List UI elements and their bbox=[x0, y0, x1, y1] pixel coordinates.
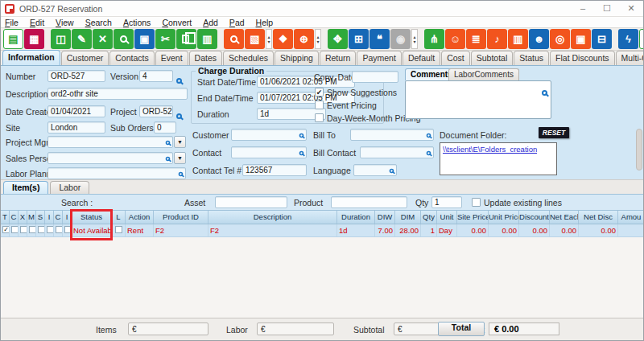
column-header-net-disc[interactable]: Net Disc bbox=[579, 211, 618, 224]
asset-input[interactable] bbox=[215, 196, 287, 208]
tab-labor-comments[interactable]: LaborComments bbox=[448, 68, 519, 80]
column-header-description[interactable]: Description bbox=[208, 211, 337, 224]
conv-date-field[interactable] bbox=[352, 71, 398, 83]
sales-person-field[interactable] bbox=[47, 152, 173, 164]
paste-icon[interactable]: ▥ bbox=[197, 29, 217, 49]
customer-field[interactable] bbox=[231, 129, 307, 141]
project-mgr-field[interactable] bbox=[47, 136, 173, 148]
row-flag-checkbox[interactable] bbox=[29, 226, 36, 233]
tab-shipping[interactable]: Shipping bbox=[275, 51, 319, 65]
update-existing-lines-checkbox[interactable] bbox=[472, 198, 481, 207]
contact-field[interactable] bbox=[231, 146, 307, 158]
column-header-l[interactable]: L bbox=[112, 211, 126, 224]
day-week-month-pricing-checkbox[interactable] bbox=[315, 113, 324, 122]
column-header-unit-price[interactable]: Unit Price bbox=[489, 211, 519, 224]
exit-icon[interactable]: ⇥ bbox=[639, 29, 644, 49]
menu-view[interactable]: View bbox=[56, 18, 74, 27]
project-mgr-dropdown[interactable]: ▼ bbox=[174, 136, 186, 148]
version-field[interactable]: 4 bbox=[139, 70, 173, 82]
cut-icon[interactable]: ✂ bbox=[155, 29, 175, 49]
column-header-flag-m[interactable]: M bbox=[27, 211, 36, 224]
product-input[interactable] bbox=[331, 196, 407, 208]
contact-chat-icon[interactable]: ☻ bbox=[529, 29, 549, 49]
tab-schedules[interactable]: Schedules bbox=[223, 51, 274, 65]
column-header-flag-t[interactable]: T bbox=[1, 211, 10, 224]
project-mgr-lookup-icon[interactable] bbox=[166, 141, 171, 146]
column-header-discount[interactable]: Discount bbox=[519, 211, 550, 224]
photos-icon[interactable]: ▣ bbox=[571, 29, 591, 49]
tab-return[interactable]: Return bbox=[320, 51, 357, 65]
tab-status[interactable]: Status bbox=[514, 51, 549, 65]
bill-contact-lookup-icon[interactable] bbox=[427, 151, 431, 156]
contact-tel-field[interactable]: 123567 bbox=[242, 164, 307, 176]
package-spinner[interactable] bbox=[266, 29, 272, 49]
expand-icon[interactable]: ✥ bbox=[328, 29, 348, 49]
language-lookup-icon[interactable] bbox=[390, 169, 394, 174]
maximize-button[interactable]: ☐ bbox=[595, 1, 619, 16]
menu-add[interactable]: Add bbox=[203, 18, 218, 27]
menu-file[interactable]: File bbox=[5, 18, 19, 27]
menu-help[interactable]: Help bbox=[256, 18, 274, 27]
minimize-button[interactable]: – bbox=[571, 1, 595, 16]
print-icon[interactable]: ▦ bbox=[24, 29, 44, 49]
sales-person-lookup-icon[interactable] bbox=[166, 157, 171, 162]
row-flag-checkbox[interactable] bbox=[56, 226, 63, 233]
row-flag-checkbox[interactable] bbox=[20, 226, 27, 233]
row-l-checkbox[interactable] bbox=[115, 226, 122, 233]
search-icon[interactable] bbox=[114, 29, 134, 49]
number-field[interactable]: ORD-527 bbox=[47, 70, 105, 82]
project-lookup-icon[interactable] bbox=[176, 108, 182, 122]
language-field[interactable] bbox=[353, 164, 397, 176]
close-button[interactable]: ✕ bbox=[619, 1, 643, 16]
qty-input[interactable]: 1 bbox=[431, 196, 462, 208]
sales-person-dropdown[interactable]: ▼ bbox=[174, 152, 186, 164]
column-header-dim[interactable]: DIM bbox=[395, 211, 421, 224]
camera-disabled-icon[interactable]: ◉ bbox=[390, 29, 411, 49]
column-header-net-each[interactable]: Net Each bbox=[550, 211, 579, 224]
add-to-cart-icon[interactable]: ⊕ bbox=[294, 29, 314, 49]
row-flag-checkbox[interactable] bbox=[11, 226, 19, 233]
tab-labor[interactable]: Labor bbox=[50, 181, 89, 194]
layout-grid-icon[interactable]: ⊞ bbox=[349, 29, 369, 49]
column-header-flag-c[interactable]: C bbox=[10, 211, 19, 224]
column-header-diw[interactable]: DIW bbox=[375, 211, 395, 224]
components-icon[interactable]: ❖ bbox=[273, 29, 293, 49]
site-field[interactable]: London bbox=[47, 121, 105, 134]
tab-dates[interactable]: Dates bbox=[189, 51, 222, 65]
transport-truck-icon[interactable]: ⊟ bbox=[592, 29, 612, 49]
new-document-icon[interactable]: ▤ bbox=[3, 29, 23, 49]
tab-multi-curr[interactable]: Multi-Curr bbox=[616, 51, 644, 65]
column-header-amou[interactable]: Amou bbox=[618, 211, 644, 224]
labor-planner-field[interactable] bbox=[47, 167, 186, 179]
tab-event[interactable]: Event bbox=[155, 51, 188, 65]
row-flag-checkbox[interactable] bbox=[38, 226, 45, 233]
show-suggestions-checkbox[interactable] bbox=[315, 88, 324, 97]
column-header-flag-s[interactable]: S bbox=[36, 211, 45, 224]
row-flag-checkbox-checked[interactable]: ✓ bbox=[2, 226, 10, 233]
column-header-flag-x[interactable]: X bbox=[19, 211, 27, 224]
save-icon[interactable]: ◫ bbox=[51, 29, 71, 49]
column-header-unit[interactable]: Unit bbox=[437, 211, 457, 224]
quick-actions-icon[interactable]: ϟ bbox=[618, 29, 638, 49]
comments-box[interactable] bbox=[405, 80, 551, 119]
financials-icon[interactable]: ◎ bbox=[550, 29, 570, 49]
delete-icon[interactable]: ✕ bbox=[93, 29, 113, 49]
comments-lookup-icon[interactable] bbox=[542, 90, 547, 96]
bill-to-lookup-icon[interactable] bbox=[427, 134, 431, 138]
total-button[interactable]: Total bbox=[438, 322, 485, 336]
reset-button[interactable]: RESET bbox=[539, 127, 569, 138]
tab-default[interactable]: Default bbox=[402, 51, 440, 65]
description-field[interactable]: ord2-othr site bbox=[47, 88, 188, 100]
tab-subtotal[interactable]: Subtotal bbox=[471, 51, 514, 65]
copy-special-icon[interactable]: ▣ bbox=[134, 29, 155, 49]
column-header-flag-c[interactable]: C bbox=[54, 211, 63, 224]
tab-cost[interactable]: Cost bbox=[441, 51, 470, 65]
row-flag-checkbox[interactable] bbox=[47, 226, 54, 233]
version-lookup-icon[interactable] bbox=[176, 72, 182, 87]
clipboard-tasks-icon[interactable]: ▥ bbox=[508, 29, 528, 49]
crew-smiley-icon[interactable]: ☺ bbox=[445, 29, 465, 49]
column-header-action[interactable]: Action bbox=[126, 211, 154, 224]
customer-lookup-icon[interactable] bbox=[299, 134, 304, 138]
contract-icon[interactable]: ≣ bbox=[466, 29, 486, 49]
labor-notes-icon[interactable]: ♪ bbox=[487, 29, 507, 49]
